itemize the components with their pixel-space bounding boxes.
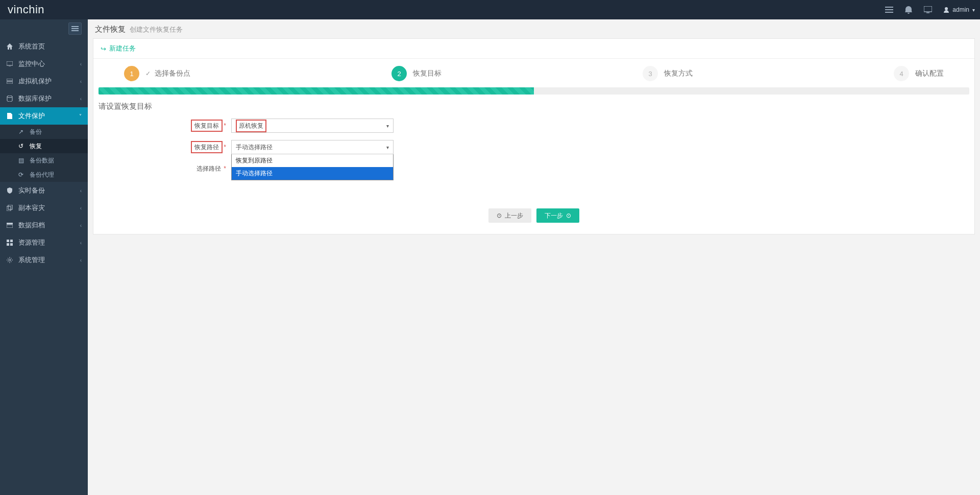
svg-rect-6: [7, 206, 11, 211]
reply-icon: ↩: [101, 45, 106, 53]
file-icon: [6, 113, 13, 119]
chevron-down-icon: ˅: [79, 113, 82, 119]
logo: vinchin: [8, 3, 44, 16]
wizard-progress: [99, 87, 969, 95]
sub-label: 备份代理: [30, 171, 54, 179]
sidebar-toggle-row: [0, 19, 88, 38]
svg-rect-3: [7, 79, 13, 81]
arrow-right-icon: ⊙: [566, 212, 571, 219]
chevron-left-icon: ‹: [80, 96, 82, 102]
svg-rect-8: [7, 223, 13, 224]
sub-backup-agent[interactable]: ⟳ 备份代理: [0, 168, 88, 182]
nav-archive[interactable]: 数据归档 ‹: [0, 217, 88, 234]
required-mark: *: [224, 122, 226, 129]
home-icon: [6, 43, 13, 50]
label-select-path: 选择路径 *: [99, 161, 226, 173]
restore-icon: ↺: [18, 143, 26, 150]
user-menu[interactable]: admin ▾: [943, 6, 975, 13]
step-2[interactable]: 2 恢复目标: [391, 66, 442, 81]
monitor-icon[interactable]: [924, 6, 932, 14]
sub-backup-data[interactable]: ▤ 备份数据: [0, 153, 88, 168]
gear-icon: [6, 257, 13, 263]
list-icon[interactable]: [885, 6, 893, 14]
svg-rect-11: [10, 240, 13, 242]
shield-icon: [6, 187, 13, 194]
grid-icon: [6, 240, 13, 246]
sub-restore[interactable]: ↺ 恢复: [0, 139, 88, 153]
caret-down-icon: ▾: [386, 145, 389, 150]
step-label: 恢复目标: [413, 69, 442, 78]
nav-label: 实时备份: [18, 186, 80, 195]
nav-label: 系统管理: [18, 255, 80, 265]
bell-icon[interactable]: [904, 6, 913, 14]
caret-down-icon: ▾: [386, 123, 389, 129]
panel-header: ↩ 新建任务: [93, 39, 974, 59]
file-protect-submenu: ↗ 备份 ↺ 恢复 ▤ 备份数据 ⟳ 备份代理: [0, 125, 88, 182]
required-mark: *: [224, 144, 226, 151]
label-restore-path: 恢复路径*: [99, 140, 226, 152]
nav-label: 虚拟机保护: [18, 77, 80, 86]
nav-db-protect[interactable]: 数据库保护 ‹: [0, 90, 88, 107]
form-area: 恢复目标* 原机恢复 ▾ 恢复路径*: [93, 119, 974, 203]
monitor-icon: [6, 61, 13, 66]
select-restore-path[interactable]: 手动选择路径 ▾: [231, 140, 394, 154]
sub-backup[interactable]: ↗ 备份: [0, 125, 88, 139]
server-icon: [6, 79, 13, 84]
control-restore-target: 原机恢复 ▾: [231, 119, 394, 133]
svg-rect-4: [7, 82, 13, 84]
wizard-footer: ⊙ 上一步 下一步 ⊙: [93, 203, 974, 234]
archive-icon: [6, 223, 13, 228]
chevron-left-icon: ‹: [80, 223, 82, 228]
nav-system[interactable]: 系统管理 ‹: [0, 251, 88, 269]
wizard-panel: ↩ 新建任务 1 ✓ 选择备份点 2 恢复目标 3 恢复方式: [93, 38, 975, 234]
svg-rect-9: [7, 225, 13, 228]
svg-rect-2: [7, 61, 13, 65]
nav-realtime-backup[interactable]: 实时备份 ‹: [0, 182, 88, 199]
svg-rect-13: [10, 243, 13, 246]
step-3[interactable]: 3 恢复方式: [643, 66, 693, 81]
share-icon: ↗: [18, 128, 26, 135]
nav-file-protect[interactable]: 文件保护 ˅: [0, 107, 88, 125]
nav-resource[interactable]: 资源管理 ‹: [0, 234, 88, 251]
step-number: 2: [391, 66, 407, 81]
agent-icon: ⟳: [18, 171, 26, 178]
nav-monitor[interactable]: 监控中心 ‹: [0, 55, 88, 73]
step-number: 4: [894, 66, 909, 81]
nav-vm-protect[interactable]: 虚拟机保护 ‹: [0, 73, 88, 90]
next-label: 下一步: [545, 211, 563, 220]
breadcrumb-sub: 创建文件恢复任务: [130, 26, 183, 33]
nav-label: 监控中心: [18, 59, 80, 68]
sidebar-toggle[interactable]: [68, 22, 82, 35]
option-original-path[interactable]: 恢复到原路径: [232, 154, 393, 167]
option-manual-path[interactable]: 手动选择路径: [232, 167, 393, 180]
nav-label: 副本容灾: [18, 203, 80, 213]
svg-rect-10: [7, 240, 9, 242]
nav-replica-dr[interactable]: 副本容灾 ‹: [0, 199, 88, 217]
step-number: 1: [124, 66, 139, 81]
step-1[interactable]: 1 ✓ 选择备份点: [124, 66, 190, 81]
chevron-left-icon: ‹: [80, 205, 82, 211]
select-restore-target[interactable]: 原机恢复 ▾: [231, 119, 394, 133]
control-restore-path: 手动选择路径 ▾ 恢复到原路径 手动选择路径: [231, 140, 394, 154]
select-value: 原机恢复: [236, 120, 266, 132]
svg-rect-7: [8, 205, 12, 209]
nav-label: 数据库保护: [18, 94, 80, 103]
prev-button[interactable]: ⊙ 上一步: [488, 208, 531, 223]
sidebar: 系统首页 监控中心 ‹ 虚拟机保护 ‹ 数据库保护 ‹ 文件保护 ˅ ↗ 备份: [0, 19, 88, 495]
nav-label: 数据归档: [18, 221, 80, 230]
nav-label: 资源管理: [18, 238, 80, 247]
chevron-left-icon: ‹: [80, 240, 82, 246]
next-button[interactable]: 下一步 ⊙: [536, 208, 579, 223]
step-number: 3: [643, 66, 658, 81]
main-content: 文件恢复 创建文件恢复任务 ↩ 新建任务 1 ✓ 选择备份点 2 恢复目标: [88, 19, 980, 495]
step-label: 恢复方式: [664, 69, 693, 78]
nav-home[interactable]: 系统首页: [0, 38, 88, 55]
wizard-steps: 1 ✓ 选择备份点 2 恢复目标 3 恢复方式 4 确认配置: [93, 59, 974, 85]
data-icon: ▤: [18, 157, 26, 164]
prev-label: 上一步: [505, 211, 523, 220]
sub-label: 备份数据: [30, 156, 54, 165]
section-heading: 请设置恢复目标: [93, 102, 974, 119]
step-4[interactable]: 4 确认配置: [894, 66, 944, 81]
nav-label: 系统首页: [18, 42, 82, 51]
row-select-path: 选择路径 * ▾: [99, 161, 969, 176]
